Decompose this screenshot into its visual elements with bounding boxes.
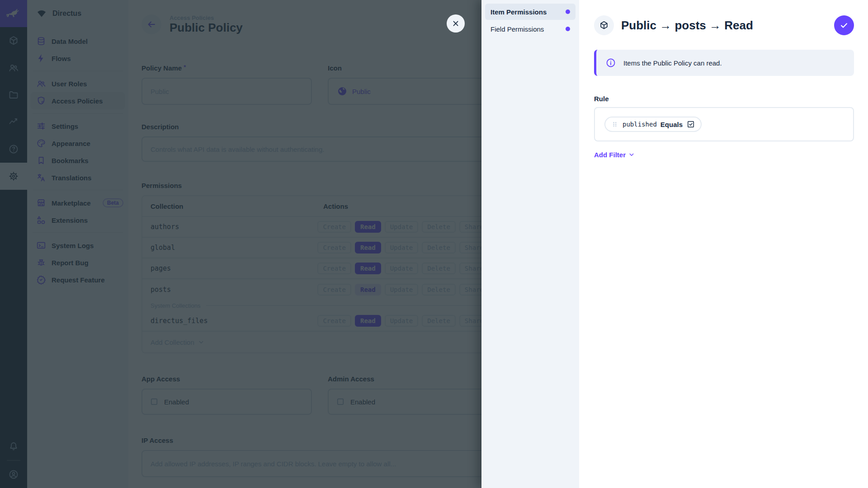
- info-banner: Items the Public Policy can read.: [594, 50, 854, 76]
- tab-field-permissions[interactable]: Field Permissions: [485, 21, 576, 37]
- filter-field[interactable]: published: [623, 121, 657, 128]
- drawer-header: Public → posts → Read: [594, 15, 854, 35]
- save-button[interactable]: [834, 15, 854, 35]
- tab-label: Field Permissions: [491, 25, 544, 33]
- checkbox-checked-icon[interactable]: [686, 120, 695, 129]
- tab-label: Item Permissions: [491, 8, 547, 16]
- add-filter-button[interactable]: Add Filter: [594, 150, 636, 159]
- filter-chip[interactable]: published Equals: [604, 117, 702, 132]
- collection-badge: [594, 15, 614, 35]
- check-icon: [839, 20, 849, 30]
- info-icon: [605, 57, 616, 68]
- close-icon: [451, 19, 460, 28]
- filter-operator[interactable]: Equals: [660, 121, 683, 128]
- drawer-title: Public → posts → Read: [621, 19, 827, 33]
- drawer-close-button[interactable]: [447, 14, 465, 33]
- chevron-down-icon: [627, 150, 636, 159]
- tab-status-dot: [566, 9, 570, 14]
- drag-handle-icon[interactable]: [611, 120, 619, 128]
- drawer-tab-list: Item PermissionsField Permissions: [481, 0, 579, 488]
- rule-label: Rule: [594, 95, 854, 103]
- permissions-drawer: Item PermissionsField Permissions Public…: [481, 0, 868, 488]
- drawer-content: Public → posts → Read Items the Public P…: [579, 0, 868, 488]
- info-banner-text: Items the Public Policy can read.: [623, 59, 722, 67]
- cube-icon: [599, 20, 609, 30]
- tab-status-dot: [566, 27, 570, 31]
- drawer-overlay[interactable]: [0, 0, 481, 488]
- rule-editor: published Equals: [594, 107, 854, 141]
- tab-item-permissions[interactable]: Item Permissions: [485, 4, 576, 20]
